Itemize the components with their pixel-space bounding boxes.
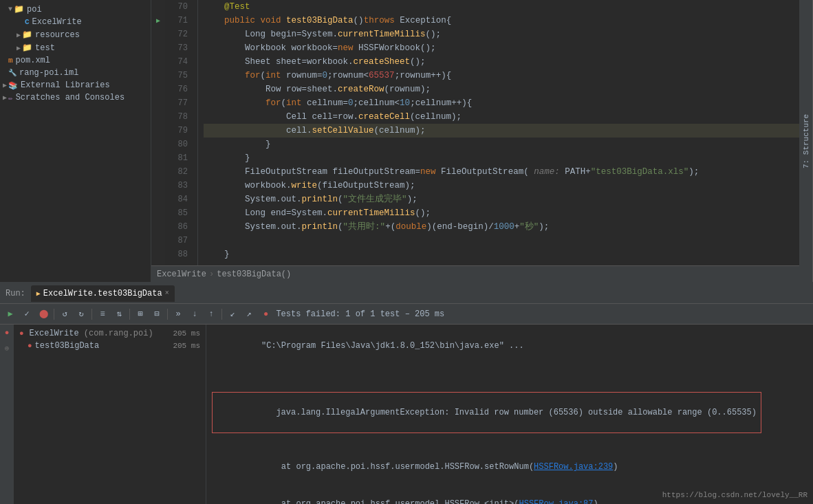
breadcrumb-separator: › — [209, 270, 214, 279]
stack-link-1[interactable]: HSSFRow.java:239 — [534, 462, 613, 472]
code-lines: ▶ — [151, 0, 799, 265]
expand-button[interactable]: ⊞ — [133, 307, 148, 322]
sidebar-item-label: Scratches and Consoles — [16, 93, 124, 102]
gutter-79 — [151, 124, 165, 138]
gutter-71[interactable]: ▶ — [151, 14, 165, 28]
line-num-77: 77 — [165, 96, 192, 110]
sidebar-item-label: rang-poi.iml — [19, 68, 78, 78]
output-command-line: "C:\Program Files\Java\jdk1.8.0_152\bin\… — [212, 327, 807, 364]
check-button[interactable]: ✓ — [19, 307, 34, 322]
code-editor[interactable]: ▶ — [151, 0, 799, 265]
breadcrumb-file[interactable]: ExcelWrite — [157, 270, 206, 279]
code-line-77: for(int cellnum=0;cellnum<10;cellnum++){ — [204, 96, 799, 110]
line-num-72: 72 — [165, 28, 192, 41]
arrow-right-icon: ▶ — [3, 94, 7, 102]
more-button[interactable]: » — [171, 307, 186, 322]
toolbar-separator-2 — [91, 309, 92, 320]
toolbar-separator-3 — [129, 309, 130, 320]
collapse-button[interactable]: ⊟ — [149, 307, 164, 322]
sidebar-item-test[interactable]: ▶ 📁 test — [0, 41, 151, 54]
import-button[interactable]: ↙ — [225, 307, 240, 322]
line-num-71: 71 — [165, 14, 192, 28]
sort-duration-button[interactable]: ⇅ — [111, 307, 127, 322]
margin-icon-2[interactable]: ⊕ — [1, 342, 12, 353]
code-line-87 — [204, 234, 799, 248]
line-num-84: 84 — [165, 193, 192, 206]
tree-fail-icon-2: ● — [28, 342, 32, 350]
gutter-72 — [151, 28, 165, 41]
arrow-right-icon: ▶ — [17, 31, 21, 39]
code-line-75: for(int rownum=0;rownum<65537;rownum++){ — [204, 69, 799, 83]
rerun-failed-button[interactable]: ↻ — [74, 307, 89, 322]
error-marker-icon: ● — [5, 329, 10, 337]
xml-icon: m — [8, 56, 13, 65]
sidebar-item-external-libraries[interactable]: ▶ 📚 External Libraries — [0, 79, 151, 91]
export-button[interactable]: ↗ — [241, 307, 257, 322]
code-line-71: public void test03BigData()throws Except… — [204, 14, 799, 28]
line-num-83: 83 — [165, 179, 192, 193]
sidebar-item-poi[interactable]: ▼ 📁 poi — [0, 3, 151, 16]
tab-close-button[interactable]: × — [165, 289, 169, 297]
run-label: Run: — [6, 289, 25, 298]
panel-tabs: Run: ▶ ExcelWrite.test03BigData × — [0, 283, 813, 304]
sidebar-item-iml[interactable]: 🔧 rang-poi.iml — [0, 67, 151, 79]
tree-item-time: 205 ms — [173, 329, 200, 338]
gutter-78 — [151, 110, 165, 124]
output-error-line: java.lang.IllegalArgumentException: Inva… — [212, 364, 807, 448]
folder-icon: 📁 — [22, 30, 32, 40]
scroll-down-button[interactable]: ↓ — [187, 307, 202, 322]
tree-item-label: ExcelWrite (com.rang.poi) — [30, 329, 153, 338]
scroll-up-button[interactable]: ↑ — [204, 307, 219, 322]
gutter-85 — [151, 206, 165, 220]
code-line-82: FileOutputStream fileOutputStream=new Fi… — [204, 165, 799, 179]
stop-button[interactable]: ⬤ — [36, 307, 51, 322]
sidebar-item-label: test — [35, 43, 55, 53]
margin-icon-2-glyph: ⊕ — [5, 344, 10, 353]
code-line-78: Cell cell=row.createCell(cellnum); — [204, 110, 799, 124]
panel-body: ● ⊕ ● ExcelWrite (com.rang.poi) 205 ms ●… — [0, 325, 813, 504]
structure-tab-label: 7: Structure — [802, 113, 810, 168]
line-num-87: 87 — [165, 234, 192, 248]
top-section: ▼ 📁 poi C ExcelWrite ▶ 📁 resources ▶ 📁 t… — [0, 0, 813, 282]
tree-fail-icon: ● — [19, 329, 24, 338]
line-num-70: 70 — [165, 0, 192, 14]
tree-item-excelwrite[interactable]: ● ExcelWrite (com.rang.poi) 205 ms — [14, 327, 206, 340]
sidebar-item-resources[interactable]: ▶ 📁 resources — [0, 28, 151, 41]
line-num-88: 88 — [165, 248, 192, 261]
structure-tab[interactable]: 7: Structure — [799, 0, 813, 282]
sidebar-item-excelwrite[interactable]: C ExcelWrite — [0, 16, 151, 28]
sidebar-item-pomxml[interactable]: m pom.xml — [0, 54, 151, 67]
tab-run-icon: ▶ — [36, 289, 41, 298]
play-button[interactable]: ▶ — [3, 307, 18, 322]
output-command-text: "C:\Program Files\Java\jdk1.8.0_152\bin\… — [261, 341, 524, 351]
gutter-74 — [151, 55, 165, 69]
breadcrumb-method[interactable]: test03BigData() — [217, 270, 291, 279]
margin-icon-1[interactable]: ● — [1, 327, 12, 338]
arrow-right-icon: ▶ — [3, 81, 7, 89]
panel-tree: ● ExcelWrite (com.rang.poi) 205 ms ● tes… — [14, 325, 206, 504]
rerun-button[interactable]: ↺ — [57, 307, 72, 322]
line-num-74: 74 — [165, 55, 192, 69]
line-num-78: 78 — [165, 110, 192, 124]
gutter-icons: ▶ — [151, 0, 165, 265]
gutter-80 — [151, 138, 165, 151]
line-num-80: 80 — [165, 138, 192, 151]
stack-link-2[interactable]: HSSFRow.java:87 — [519, 499, 593, 504]
sidebar-item-scratches[interactable]: ▶ ✏ Scratches and Consoles — [0, 91, 151, 104]
bottom-panel: Run: ▶ ExcelWrite.test03BigData × ▶ ✓ ⬤ … — [0, 282, 813, 504]
tab-excelwrite[interactable]: ▶ ExcelWrite.test03BigData × — [31, 285, 175, 302]
gutter-88 — [151, 248, 165, 261]
error-box-text: java.lang.IllegalArgumentException: Inva… — [276, 408, 757, 417]
line-num-86: 86 — [165, 220, 192, 234]
code-content[interactable]: @Test public void test03BigData()throws … — [198, 0, 799, 265]
run-gutter-icon: ▶ — [156, 17, 160, 25]
gutter-87 — [151, 234, 165, 248]
code-line-79: cell.setCellValue(cellnum); — [204, 124, 799, 138]
line-num-85: 85 — [165, 206, 192, 220]
line-num-76: 76 — [165, 83, 192, 96]
tree-item-test03[interactable]: ● test03BigData 205 ms — [14, 340, 206, 352]
code-line-74: Sheet sheet=workbook.createSheet(); — [204, 55, 799, 69]
panel-output[interactable]: "C:\Program Files\Java\jdk1.8.0_152\bin\… — [206, 325, 813, 504]
sort-alpha-button[interactable]: ≡ — [95, 307, 110, 322]
toolbar-separator-4 — [167, 309, 168, 320]
